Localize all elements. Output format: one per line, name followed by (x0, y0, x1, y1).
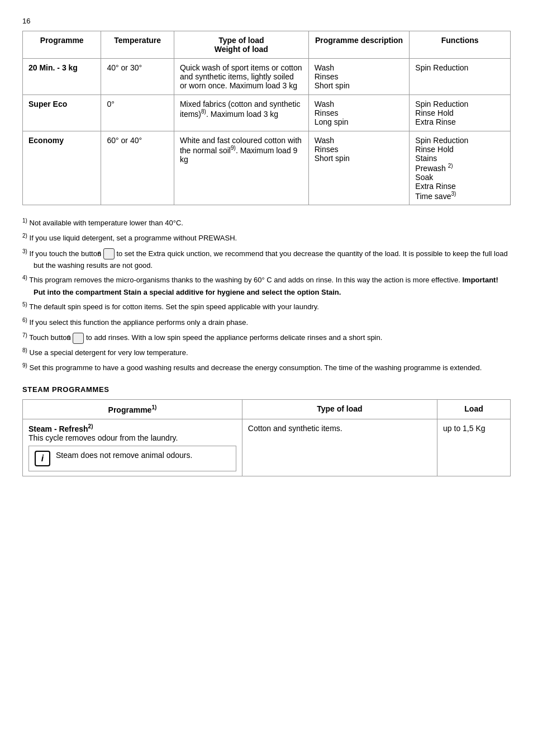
programme-cell: Economy (23, 131, 101, 205)
footnote-6: 6) If you select this function the appli… (22, 316, 511, 329)
table-row: Super Eco 0° Mixed fabrics (cotton and s… (23, 95, 511, 131)
functions-cell: Spin ReductionRinse HoldExtra Rinse (410, 95, 511, 131)
typeload-cell: Quick wash of sport items or cotton and … (174, 59, 308, 95)
footnote-4: 4) This program removes the micro-organi… (22, 273, 511, 298)
footnote-9: 9) Set this programme to have a good was… (22, 361, 511, 374)
page-number: 16 (22, 17, 511, 25)
footnote-7: 7) Touch button 9 to add rinses. With a … (22, 331, 511, 344)
progdesc-cell: WashRinsesShort spin (308, 59, 410, 95)
footnote-5: 5) The default spin speed is for cotton … (22, 300, 511, 313)
steam-programme-cell: Steam - Refresh2) This cycle removes odo… (23, 419, 242, 476)
progdesc-cell: WashRinsesShort spin (308, 131, 410, 205)
footnote-3: 3) If you touch the button 8 to set the … (22, 247, 511, 272)
footnote-8: 8) Use a special detergent for very low … (22, 346, 511, 359)
functions-cell: Spin Reduction (410, 59, 511, 95)
footnote-2: 2) If you use liquid detergent, set a pr… (22, 231, 511, 244)
temperature-cell: 40° or 30° (101, 59, 174, 95)
footnote-1: 1) Not available with temperature lower … (22, 216, 511, 229)
progdesc-cell: WashRinsesLong spin (308, 95, 410, 131)
button-icon-8: 8 (103, 248, 115, 259)
col-header-temperature: Temperature (101, 31, 174, 59)
main-table: Programme Temperature Type of loadWeight… (22, 31, 511, 205)
col-header-progdesc: Programme description (308, 31, 410, 59)
programme-cell: Super Eco (23, 95, 101, 131)
temperature-cell: 60° or 40° (101, 131, 174, 205)
steam-table-row: Steam - Refresh2) This cycle removes odo… (23, 419, 511, 476)
typeload-cell: Mixed fabrics (cotton and synthetic item… (174, 95, 308, 131)
functions-cell: Spin ReductionRinse HoldStainsPrewash 2)… (410, 131, 511, 205)
info-box: i Steam does not remove animal odours. (28, 446, 236, 471)
typeload-cell: White and fast coloured cotton with the … (174, 131, 308, 205)
info-icon: i (35, 451, 50, 466)
steam-typeload-cell: Cotton and synthetic items. (242, 419, 437, 476)
table-row: Economy 60° or 40° White and fast colour… (23, 131, 511, 205)
col-header-typeload: Type of loadWeight of load (174, 31, 308, 59)
steam-section-title: STEAM PROGRAMMES (22, 385, 511, 394)
steam-table: Programme1) Type of load Load Steam - Re… (22, 399, 511, 476)
footnotes-section: 1) Not available with temperature lower … (22, 216, 511, 374)
steam-col-load: Load (437, 400, 511, 419)
steam-col-programme: Programme1) (23, 400, 242, 419)
table-row: 20 Min. - 3 kg 40° or 30° Quick wash of … (23, 59, 511, 95)
button-icon-9: 9 (73, 333, 84, 344)
temperature-cell: 0° (101, 95, 174, 131)
col-header-functions: Functions (410, 31, 511, 59)
programme-cell: 20 Min. - 3 kg (23, 59, 101, 95)
col-header-programme: Programme (23, 31, 101, 59)
steam-col-typeload: Type of load (242, 400, 437, 419)
steam-load-cell: up to 1,5 Kg (437, 419, 511, 476)
info-text: Steam does not remove animal odours. (56, 451, 192, 460)
